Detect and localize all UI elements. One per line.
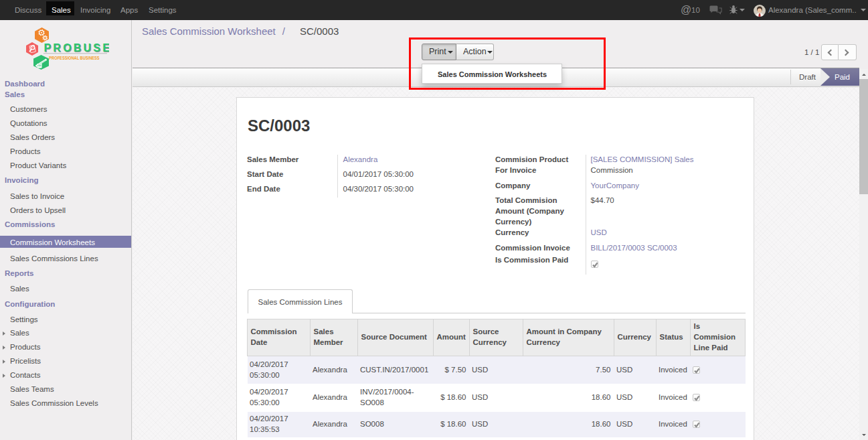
svg-text:PROBUSE: PROBUSE <box>44 42 110 54</box>
svg-text:PROFESSIONAL BUSINESS: PROFESSIONAL BUSINESS <box>49 55 100 60</box>
